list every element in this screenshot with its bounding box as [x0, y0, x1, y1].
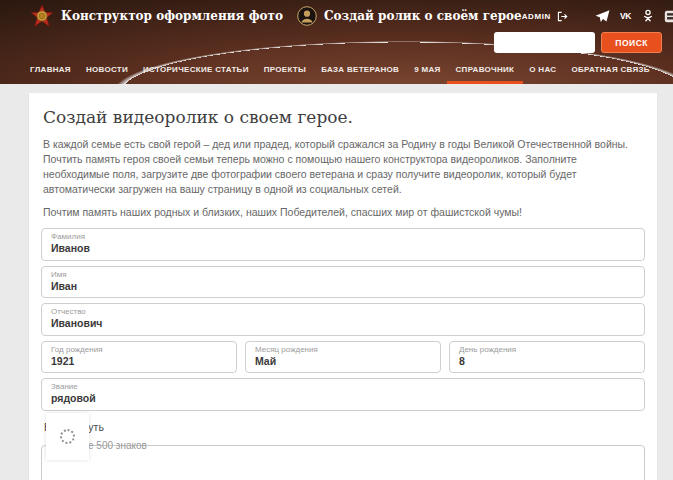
search-input[interactable] — [494, 32, 595, 53]
rank-field[interactable]: Звание рядовой — [41, 378, 645, 411]
search-button[interactable]: ПОИСК — [601, 32, 662, 53]
brand-create-video-label: Создай ролик о своём герое — [324, 9, 522, 23]
rutube-icon[interactable] — [664, 9, 673, 24]
header-search-row: ПОИСК — [0, 30, 673, 55]
vk-icon-label: VK — [620, 11, 631, 21]
firstname-field-label: Имя — [51, 270, 635, 280]
birth-month-field-label: Месяц рождения — [255, 345, 431, 355]
vk-icon[interactable]: VK — [618, 9, 633, 24]
firstname-field-value: Иван — [51, 280, 635, 293]
firstname-field[interactable]: Имя Иван — [41, 266, 645, 299]
nav-item-istoricheskie-stati[interactable]: ИСТОРИЧЕСКИЕ СТАТЬИ — [143, 55, 249, 84]
battle-path-section: Боевой путь Не более 500 знаков — [41, 421, 645, 480]
surname-field-label: Фамилия — [51, 232, 635, 242]
nav-item-baza-veteranov[interactable]: БАЗА ВЕТЕРАНОВ — [321, 55, 399, 84]
birth-day-field[interactable]: День рождения 8 — [449, 341, 645, 374]
birth-month-field[interactable]: Месяц рождения Май — [245, 341, 441, 374]
patronymic-field-label: Отчество — [51, 307, 635, 317]
page-body: Создай видеоролик о своем герое. В каждо… — [0, 84, 673, 480]
site-header: Конструктор оформления фото Создай ролик… — [0, 0, 673, 84]
header-top-row: Конструктор оформления фото Создай ролик… — [0, 0, 673, 30]
birth-year-field-label: Год рождения — [51, 345, 227, 355]
brand-create-video[interactable]: Создай ролик о своём герое — [297, 6, 522, 26]
loading-spinner-icon — [60, 429, 75, 444]
nav-item-obratnaya-svyaz[interactable]: ОБРАТНАЯ СВЯЗЬ — [571, 55, 649, 84]
birth-year-field[interactable]: Год рождения 1921 — [41, 341, 237, 374]
hero-portrait-icon — [297, 6, 317, 26]
birth-day-field-value: 8 — [459, 355, 635, 368]
loading-overlay — [46, 413, 89, 460]
birth-year-field-value: 1921 — [51, 355, 227, 368]
birth-month-field-value: Май — [255, 355, 431, 368]
social-links: VK Ru ✦ — [595, 9, 673, 24]
telegram-icon[interactable] — [595, 9, 610, 24]
nav-item-o-nas[interactable]: О НАС — [529, 55, 556, 84]
nav-item-novosti[interactable]: НОВОСТИ — [86, 55, 128, 84]
patronymic-field-value: Иванович — [51, 317, 635, 330]
odnoklassniki-icon[interactable] — [641, 9, 656, 24]
brand-constructor[interactable]: Конструктор оформления фото — [30, 4, 283, 28]
brand-constructor-label: Конструктор оформления фото — [61, 9, 283, 23]
nav-item-proekty[interactable]: ПРОЕКТЫ — [264, 55, 306, 84]
content-card: Создай видеоролик о своем герое. В каждо… — [29, 93, 657, 480]
battle-path-textarea[interactable] — [41, 445, 645, 480]
red-star-medal-icon — [30, 4, 54, 28]
nav-item-glavnaya[interactable]: ГЛАВНАЯ — [30, 55, 71, 84]
admin-label: ADMIN — [522, 12, 551, 21]
patronymic-field[interactable]: Отчество Иванович — [41, 303, 645, 336]
surname-field-value: Иванов — [51, 242, 635, 255]
main-navigation: ГЛАВНАЯ НОВОСТИ ИСТОРИЧЕСКИЕ СТАТЬИ ПРОЕ… — [0, 55, 673, 84]
surname-field[interactable]: Фамилия Иванов — [41, 228, 645, 261]
intro-paragraph: В каждой семье есть свой герой – дед или… — [43, 137, 645, 197]
birthdate-row: Год рождения 1921 Месяц рождения Май Ден… — [41, 341, 645, 374]
battle-path-label: Боевой путь — [44, 421, 645, 433]
logout-icon — [556, 10, 569, 23]
rank-field-label: Звание — [51, 382, 635, 392]
admin-logout[interactable]: ADMIN — [522, 10, 569, 23]
battle-path-textarea-wrap: Не более 500 знаков — [41, 445, 645, 480]
rank-field-value: рядовой — [51, 392, 635, 405]
page-title: Создай видеоролик о своем герое. — [43, 107, 645, 127]
birth-day-field-label: День рождения — [459, 345, 635, 355]
nav-item-9-maya[interactable]: 9 МАЯ — [414, 55, 440, 84]
nav-item-spravochnik[interactable]: СПРАВОЧНИК — [456, 55, 515, 84]
intro-paragraph-2: Почтим память наших родных и близких, на… — [43, 205, 645, 220]
